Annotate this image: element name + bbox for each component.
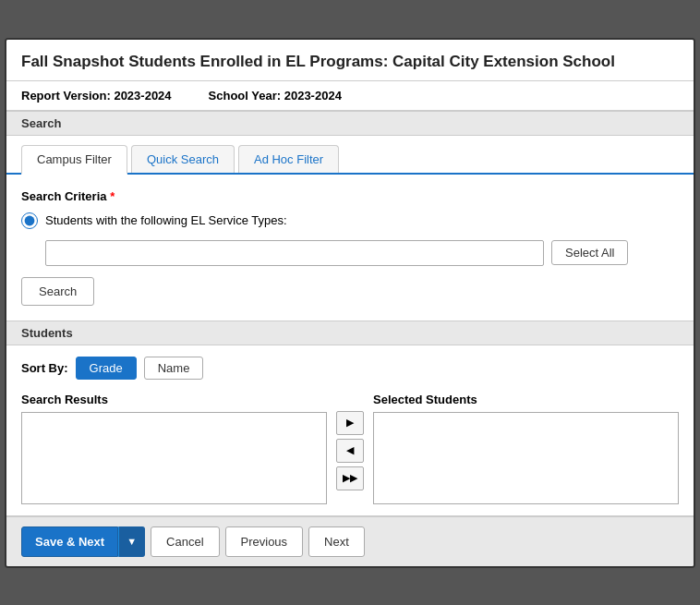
radio-option: Students with the following EL Service T…: [21, 212, 679, 229]
tab-campus-filter[interactable]: Campus Filter: [21, 145, 127, 175]
search-results-list[interactable]: [21, 412, 327, 504]
tab-quick-search[interactable]: Quick Search: [131, 145, 235, 173]
report-info: Report Version: 2023-2024 School Year: 2…: [6, 81, 694, 111]
move-all-right-button[interactable]: ▶▶: [336, 466, 364, 490]
selected-students-section: Selected Students: [373, 393, 679, 504]
students-content: Sort By: Grade Name Search Results ▶ ◀ ▶…: [6, 345, 694, 515]
report-version: Report Version: 2023-2024: [21, 89, 172, 103]
el-service-radio[interactable]: [21, 212, 38, 229]
sort-by-label: Sort By:: [21, 361, 68, 375]
search-section-header: Search: [6, 111, 694, 136]
criteria-label: Search Criteria *: [21, 189, 679, 203]
save-next-wrapper: Save & Next ▼: [21, 526, 145, 557]
tabs: Campus Filter Quick Search Ad Hoc Filter: [21, 145, 679, 173]
tabs-container: Campus Filter Quick Search Ad Hoc Filter: [6, 136, 694, 175]
dual-list: Search Results ▶ ◀ ▶▶ Selected Students: [21, 393, 679, 504]
sort-by-row: Sort By: Grade Name: [21, 357, 679, 380]
tab-ad-hoc-filter[interactable]: Ad Hoc Filter: [238, 145, 339, 173]
main-window: Fall Snapshot Students Enrolled in EL Pr…: [5, 38, 695, 568]
required-star: *: [110, 189, 115, 203]
selected-students-list[interactable]: [373, 412, 679, 504]
move-left-button[interactable]: ◀: [336, 439, 364, 463]
students-section-header: Students: [6, 321, 694, 345]
transfer-buttons: ▶ ◀ ▶▶: [327, 393, 373, 490]
search-panel: Search Criteria * Students with the foll…: [6, 175, 694, 321]
next-button[interactable]: Next: [308, 526, 365, 557]
cancel-button[interactable]: Cancel: [151, 526, 219, 557]
sort-name-button[interactable]: Name: [144, 357, 204, 380]
previous-button[interactable]: Previous: [225, 526, 304, 557]
sort-grade-button[interactable]: Grade: [76, 357, 137, 380]
page-title: Fall Snapshot Students Enrolled in EL Pr…: [6, 40, 694, 81]
search-results-label: Search Results: [21, 393, 327, 406]
service-types-row: Select All: [21, 240, 679, 266]
save-next-button[interactable]: Save & Next: [21, 526, 118, 557]
move-right-button[interactable]: ▶: [336, 411, 364, 435]
dropdown-arrow-icon: ▼: [127, 536, 137, 547]
select-all-button[interactable]: Select All: [551, 240, 628, 265]
school-year: School Year: 2023-2024: [209, 89, 342, 103]
search-button[interactable]: Search: [21, 277, 94, 306]
service-types-input[interactable]: [45, 240, 544, 266]
footer: Save & Next ▼ Cancel Previous Next: [6, 515, 694, 566]
radio-label: Students with the following EL Service T…: [45, 213, 287, 227]
selected-students-label: Selected Students: [373, 393, 679, 406]
save-next-dropdown-button[interactable]: ▼: [118, 526, 145, 557]
search-results-section: Search Results: [21, 393, 327, 504]
